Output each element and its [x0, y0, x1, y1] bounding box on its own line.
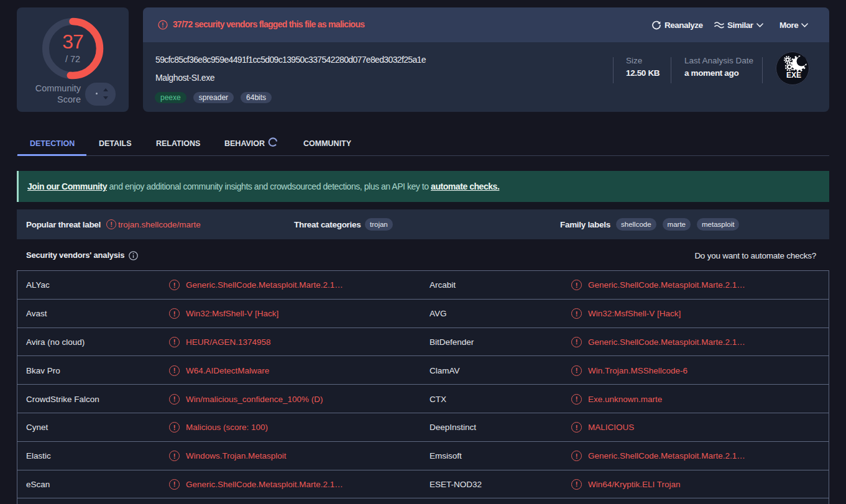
svg-text:EXE: EXE — [786, 71, 801, 80]
